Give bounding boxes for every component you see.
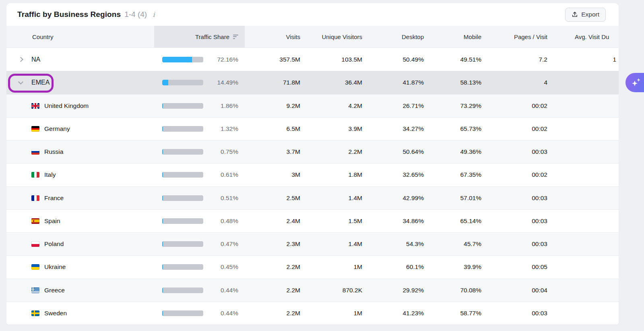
table-row-russia[interactable]: Russia0.75%3.7M2.2M50.64%49.36%00:03 [6, 140, 619, 163]
panel-header: Traffic by Business Regions 1-4 (4) i Ex… [6, 3, 619, 26]
column-header-label: Visits [286, 33, 300, 40]
table-row-spain[interactable]: Spain0.48%2.4M1.5M34.86%65.14%00:03 [6, 209, 619, 232]
traffic-share-bar-fill [162, 241, 163, 247]
unique-visitors-value: 3.9M [307, 118, 369, 140]
unique-visitors-value: 2.2M [307, 141, 369, 163]
unique-visitors-value: 103.5M [307, 48, 369, 71]
avg-visit-duration-value [554, 256, 619, 278]
export-upload-icon [572, 11, 578, 18]
table-row-greece[interactable]: Greece0.44%2.2M870.2K29.92%70.08%00:04 [6, 279, 619, 302]
visits-value: 2.5M [245, 187, 307, 209]
desktop-value: 34.27% [369, 118, 430, 140]
column-header-unique-visitors[interactable]: Unique Visitors [307, 26, 369, 48]
avg-visit-duration-value [554, 118, 619, 140]
pages-per-visit-value: 00:02 [488, 163, 554, 186]
country-name: Italy [44, 171, 56, 178]
mobile-value: 65.73% [430, 118, 488, 140]
visits-value: 2.2M [245, 302, 307, 325]
avg-visit-duration-value [554, 71, 619, 94]
visits-value: 2.2M [245, 256, 307, 278]
pages-per-visit-value: 00:03 [488, 187, 554, 209]
table-row-poland[interactable]: Poland0.47%2.3M1.4M54.3%45.7%00:03 [6, 232, 619, 255]
traffic-share-bar-fill [162, 172, 163, 178]
unique-visitors-value: 36.4M [307, 71, 369, 94]
visits-value: 3.7M [245, 141, 307, 163]
table-row-emea[interactable]: EMEA14.49%71.8M36.4M41.87%58.13%4 [6, 71, 619, 94]
pages-per-visit-value: 00:02 [488, 118, 554, 140]
country-name: Spain [44, 217, 60, 225]
export-button[interactable]: Export [565, 8, 606, 22]
traffic-share-bar-fill [162, 195, 163, 201]
traffic-share-bar [162, 195, 203, 201]
traffic-share-bar [162, 126, 203, 132]
flag-icon-es [31, 218, 39, 224]
table-row-italy[interactable]: Italy0.61%3M1.8M32.65%67.35%00:02 [6, 163, 619, 186]
ai-assistant-button[interactable] [625, 73, 644, 92]
traffic-share-cell: 0.51% [154, 187, 245, 209]
mobile-value: 57.01% [430, 187, 488, 209]
avg-visit-duration-value [554, 163, 619, 186]
traffic-share-bar-fill [162, 126, 163, 132]
country-name: Sweden [44, 310, 67, 317]
traffic-share-value: 14.49% [217, 79, 238, 86]
column-header-label: Traffic Share [195, 33, 229, 40]
column-header-country[interactable]: Country [6, 26, 154, 48]
pages-per-visit-value: 00:02 [488, 95, 554, 117]
table-row-sweden[interactable]: Sweden0.44%2.2M1M41.23%58.77%00:03 [6, 302, 619, 325]
column-header-avg-visit-du[interactable]: Avg. Visit Du [554, 26, 619, 48]
column-header-pages-visit[interactable]: Pages / Visit [488, 26, 554, 48]
avg-visit-duration-value [554, 279, 619, 302]
mobile-value: 58.77% [430, 302, 488, 325]
unique-visitors-value: 870.2K [307, 279, 369, 302]
traffic-share-value: 0.44% [221, 310, 238, 317]
avg-visit-duration-value: 1 [554, 48, 619, 71]
chevron-down-icon[interactable] [18, 79, 23, 85]
country-cell: NA [6, 48, 154, 71]
column-header-desktop[interactable]: Desktop [369, 26, 430, 48]
column-header-label: Avg. Visit Du [575, 33, 609, 40]
desktop-value: 26.71% [369, 95, 430, 117]
traffic-share-bar-fill [162, 288, 163, 293]
desktop-value: 29.92% [369, 279, 430, 302]
traffic-share-bar [162, 241, 203, 247]
traffic-share-cell: 0.75% [154, 141, 245, 163]
table-row-united-kingdom[interactable]: United Kingdom1.86%9.2M4.2M26.71%73.29%0… [6, 94, 619, 117]
column-header-label: Unique Visitors [322, 33, 362, 40]
pages-per-visit-value: 00:03 [488, 302, 554, 325]
visits-value: 9.2M [245, 95, 307, 117]
country-cell: France [6, 187, 154, 209]
traffic-share-cell: 14.49% [154, 71, 245, 94]
table-row-ukraine[interactable]: Ukraine0.45%2.2M1M60.1%39.9%00:05 [6, 255, 619, 278]
country-cell: Sweden [6, 302, 154, 325]
traffic-share-value: 1.32% [221, 125, 238, 132]
info-icon[interactable]: i [153, 10, 155, 19]
flag-icon-gr [31, 288, 39, 293]
mobile-value: 65.14% [430, 210, 488, 232]
traffic-share-value: 72.16% [217, 56, 238, 63]
column-header-label: Desktop [402, 33, 424, 40]
column-header-visits[interactable]: Visits [245, 26, 307, 48]
pages-per-visit-value: 4 [488, 71, 554, 94]
table-row-france[interactable]: France0.51%2.5M1.4M42.99%57.01%00:03 [6, 186, 619, 209]
chevron-right-icon[interactable] [18, 57, 23, 62]
desktop-value: 34.86% [369, 210, 430, 232]
column-header-mobile[interactable]: Mobile [430, 26, 488, 48]
column-header-traffic-share[interactable]: Traffic Share [154, 26, 245, 48]
flag-icon-de [31, 126, 39, 132]
traffic-share-bar [162, 310, 203, 316]
sort-descending-icon [233, 35, 238, 39]
table-row-germany[interactable]: Germany1.32%6.5M3.9M34.27%65.73%00:02 [6, 117, 619, 140]
traffic-share-bar-fill [162, 80, 168, 85]
avg-visit-duration-value [554, 95, 619, 117]
panel-title: Traffic by Business Regions [17, 10, 121, 19]
traffic-share-bar [162, 172, 203, 178]
table-body: NA72.16%357.5M103.5M50.49%49.51%7.21EMEA… [6, 48, 619, 325]
country-cell: Russia [6, 141, 154, 163]
pages-per-visit-value: 00:03 [488, 233, 554, 255]
traffic-share-bar [162, 264, 203, 270]
country-name: Ukraine [44, 263, 66, 271]
visits-value: 2.2M [245, 279, 307, 302]
desktop-value: 41.87% [369, 71, 430, 94]
table-row-na[interactable]: NA72.16%357.5M103.5M50.49%49.51%7.21 [6, 48, 619, 71]
visits-value: 2.3M [245, 233, 307, 255]
